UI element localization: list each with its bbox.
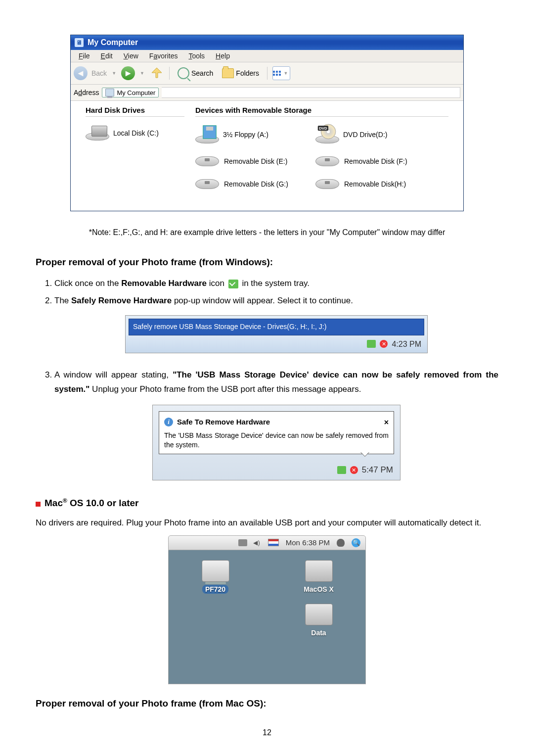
floppy-icon: [203, 125, 216, 139]
local-disk-c[interactable]: Local Disk (C:): [86, 126, 192, 141]
address-blank: [162, 87, 460, 98]
safe-to-remove-balloon: i Safe To Remove Hardware × The 'USB Mas…: [159, 411, 394, 454]
spotlight-icon[interactable]: 🔍: [352, 538, 360, 547]
step-2: The Safely Remove Hardware pop-up window…: [54, 294, 498, 353]
removable-disk-f[interactable]: Removable Disk (F:): [315, 156, 422, 166]
mac-menubar: Mon 6:38 PM 🔍: [168, 535, 366, 550]
address-field[interactable]: My Computer: [102, 88, 159, 97]
dvd-label: DVD Drive(D:): [343, 131, 387, 139]
my-computer-window: 🖥 My Computer File Edit View Favorites T…: [70, 35, 464, 211]
balloon-title: Safe To Remove Hardware: [177, 416, 270, 428]
back-dropdown-icon[interactable]: ▼: [112, 71, 116, 76]
window-titlebar: 🖥 My Computer: [71, 35, 463, 50]
dvd-drive-d[interactable]: DVD DVD Drive(D:): [315, 126, 422, 143]
page-number: 12: [0, 728, 534, 737]
local-disk-label: Local Disk (C:): [113, 129, 159, 137]
menu-favorites[interactable]: Favorites: [144, 51, 183, 61]
hdd-header: Hard Disk Drives: [86, 106, 184, 117]
safely-remove-menu-item[interactable]: Safely remove USB Mass Storage Device - …: [129, 319, 424, 335]
removable-disk-icon: [195, 179, 219, 189]
rem-e-label: Removable Disk (E:): [224, 157, 287, 165]
removable-disk-g[interactable]: Removable Disk (G:): [195, 179, 302, 189]
views-dropdown-icon: ▼: [284, 71, 288, 76]
address-value: My Computer: [117, 89, 155, 96]
removable-disk-icon: [195, 156, 219, 166]
mac-screenshot: Mon 6:38 PM 🔍 PF720 MacOS X Data: [168, 535, 366, 684]
safely-remove-icon: [228, 280, 238, 288]
safely-remove-tray-icon[interactable]: [337, 466, 346, 474]
note-text: *Note: E:,F:,G:, and H: are example driv…: [36, 228, 498, 237]
search-button[interactable]: Search: [175, 66, 216, 80]
safely-remove-tray-icon[interactable]: [367, 340, 376, 348]
mac-drive-data[interactable]: Data: [289, 604, 349, 637]
tray-error-icon[interactable]: ✕: [350, 466, 358, 474]
toolbar-separator: [169, 67, 170, 80]
search-icon: [178, 67, 189, 79]
views-button[interactable]: ▼: [272, 66, 290, 80]
mac-body-text: No drivers are required. Plug your Photo…: [36, 516, 498, 530]
menu-bar: File Edit View Favorites Tools Help: [71, 50, 463, 62]
rem-g-label: Removable Disk (G:): [224, 180, 288, 188]
tray-error-icon[interactable]: ✕: [380, 340, 388, 348]
removable-disk-icon: [315, 179, 339, 189]
floppy-label: 3½ Floppy (A:): [223, 131, 268, 139]
menu-view[interactable]: View: [119, 51, 143, 61]
balloon-body: The 'USB Mass Storage Device' device can…: [164, 431, 389, 450]
user-menu-icon[interactable]: [337, 539, 345, 547]
dvd-badge: DVD: [318, 126, 328, 131]
back-button[interactable]: ◄: [74, 66, 88, 80]
step-3: A window will appear stating, "The 'USB …: [54, 368, 498, 481]
rem-h-label: Removable Disk(H:): [344, 180, 406, 188]
removable-disk-e[interactable]: Removable Disk (E:): [195, 156, 302, 166]
mac-drive-pf720[interactable]: PF720: [186, 560, 245, 594]
toolbar-separator: [267, 67, 267, 80]
bullet-icon: [36, 502, 41, 507]
hard-disk-icon: [86, 126, 108, 141]
menu-tools[interactable]: Tools: [183, 51, 210, 61]
mac-drive-label: PF720: [202, 585, 228, 594]
removable-disk-icon: [315, 156, 339, 166]
removable-disk-h[interactable]: Removable Disk(H:): [315, 179, 422, 189]
toolbar: ◄ Back ▼ ► ▼ Search Folders ▼: [71, 62, 463, 85]
tray-time: 5:47 PM: [362, 463, 393, 477]
balloon-close-button[interactable]: ×: [384, 416, 389, 429]
mac-desktop: PF720 MacOS X Data: [168, 550, 366, 684]
forward-button[interactable]: ►: [121, 66, 135, 80]
removable-header: Devices with Removable Storage: [195, 106, 448, 117]
my-computer-icon: [105, 89, 114, 96]
heading-mac: Mac® OS 10.0 or later: [36, 497, 498, 509]
removable-drive-icon: [202, 560, 229, 582]
tray-time: 4:23 PM: [392, 337, 421, 351]
safely-remove-popup: Safely remove USB Mass Storage Device - …: [125, 315, 428, 353]
folders-button[interactable]: Folders: [219, 67, 262, 79]
folders-label: Folders: [236, 69, 259, 77]
folders-icon: [222, 68, 234, 78]
rem-f-label: Removable Disk (F:): [344, 157, 407, 165]
up-button[interactable]: [149, 66, 164, 80]
display-menu-icon[interactable]: [238, 539, 247, 546]
heading-windows-removal: Proper removal of your Photo frame (from…: [36, 257, 498, 268]
input-flag-icon[interactable]: [268, 539, 279, 546]
search-label: Search: [191, 69, 213, 77]
my-computer-icon: 🖥: [75, 38, 84, 47]
info-icon: i: [164, 418, 173, 426]
heading-mac-removal: Proper removal of your Photo frame (from…: [36, 698, 498, 709]
hard-drive-icon: [305, 560, 333, 582]
menu-edit[interactable]: Edit: [96, 51, 118, 61]
hard-drive-icon: [305, 604, 333, 625]
back-label: Back: [91, 69, 107, 77]
explorer-content: Hard Disk Drives Local Disk (C:) Devices…: [71, 101, 463, 211]
system-tray: ✕ 4:23 PM: [126, 335, 427, 353]
address-bar: Address My Computer: [71, 85, 463, 101]
menu-file[interactable]: File: [74, 51, 95, 61]
mac-drive-label: MacOS X: [304, 585, 334, 593]
step-1: Click once on the Removable Hardware ico…: [54, 277, 498, 291]
dvd-icon: DVD: [321, 124, 336, 140]
mac-time: Mon 6:38 PM: [286, 538, 330, 547]
mac-drive-macosx[interactable]: MacOS X: [289, 560, 349, 594]
address-label: Address: [74, 89, 99, 96]
floppy-a[interactable]: 3½ Floppy (A:): [195, 126, 302, 143]
menu-help[interactable]: Help: [211, 51, 235, 61]
forward-dropdown-icon[interactable]: ▼: [140, 71, 144, 76]
volume-menu-icon[interactable]: [254, 539, 261, 546]
